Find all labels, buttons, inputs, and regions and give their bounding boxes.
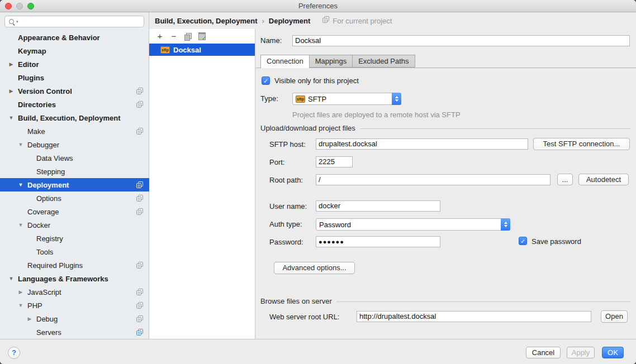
- sidebar-item-label: Registry: [36, 234, 63, 243]
- search-input[interactable]: ▾: [4, 16, 144, 27]
- tab-mappings[interactable]: Mappings: [310, 55, 353, 68]
- sidebar-item-build-execution-deployment[interactable]: ▼Build, Execution, Deployment: [0, 111, 149, 124]
- for-current-project-label: For current project: [322, 16, 392, 25]
- breadcrumb-separator-icon: ›: [262, 17, 264, 25]
- preferences-window: Preferences ▾ Appearance & BehaviorKeyma…: [0, 0, 636, 364]
- advanced-options-button[interactable]: Advanced options...: [274, 262, 355, 274]
- select-stepper-icon[interactable]: [501, 218, 510, 231]
- copy-button[interactable]: [184, 32, 192, 40]
- sidebar-item-keymap[interactable]: Keymap: [0, 44, 149, 58]
- chevron-right-icon[interactable]: ▶: [16, 289, 25, 295]
- sidebar-item-label: JavaScript: [27, 288, 61, 296]
- sidebar-item-editor[interactable]: ▶Editor: [0, 58, 149, 71]
- auth-type-select[interactable]: Password: [316, 218, 510, 231]
- sidebar-item-javascript[interactable]: ▶JavaScript: [0, 285, 149, 299]
- sidebar-item-required-plugins[interactable]: Required Plugins: [0, 258, 149, 272]
- user-name-label: User name:: [269, 201, 307, 212]
- sidebar-item-label: Appearance & Behavior: [18, 33, 100, 42]
- sidebar-item-label: Directories: [18, 100, 56, 109]
- chevron-right-icon[interactable]: ▶: [7, 61, 16, 67]
- cancel-button[interactable]: Cancel: [526, 347, 561, 358]
- chevron-down-icon[interactable]: ▼: [16, 303, 25, 308]
- visible-only-checkbox[interactable]: ✓: [262, 76, 270, 85]
- sidebar-item-debug[interactable]: ▶Debug: [0, 312, 149, 325]
- sidebar-item-php[interactable]: ▼PHP: [0, 299, 149, 312]
- sidebar-item-coverage[interactable]: Coverage: [0, 205, 149, 218]
- sidebar-item-tools[interactable]: Tools: [0, 245, 149, 258]
- sidebar-item-deployment[interactable]: ▼Deployment: [0, 178, 149, 191]
- sidebar-item-stepping[interactable]: Stepping: [0, 165, 149, 178]
- open-button[interactable]: Open: [601, 310, 628, 323]
- server-list: sftpDocksal: [149, 44, 255, 56]
- web-server-root-url-input[interactable]: http://drupaltest.docksal: [357, 311, 591, 322]
- name-label: Name:: [260, 35, 282, 46]
- root-path-input[interactable]: /: [316, 174, 550, 185]
- type-select[interactable]: sftp SFTP: [292, 93, 401, 105]
- sidebar-item-version-control[interactable]: ▶Version Control: [0, 84, 149, 98]
- remove-button[interactable]: −: [170, 32, 178, 40]
- save-password-label: Save password: [531, 236, 581, 247]
- deployment-form: Name: Docksal ConnectionMappingsExcluded…: [256, 29, 636, 339]
- sidebar-item-directories[interactable]: Directories: [0, 98, 149, 111]
- sidebar-item-plugins[interactable]: Plugins: [0, 71, 149, 84]
- user-name-input[interactable]: docker: [316, 200, 440, 212]
- sidebar-item-label: PHP: [27, 301, 42, 310]
- sidebar-item-label: Build, Execution, Deployment: [18, 114, 120, 122]
- sidebar-item-options[interactable]: Options: [0, 191, 149, 205]
- sidebar-item-docker[interactable]: ▼Docker: [0, 218, 149, 232]
- help-button[interactable]: ?: [8, 347, 20, 359]
- sidebar-item-label: Editor: [18, 60, 39, 69]
- sidebar-item-debugger[interactable]: ▼Debugger: [0, 138, 149, 151]
- sidebar-item-servers[interactable]: Servers: [0, 325, 149, 339]
- tab-excluded-paths[interactable]: Excluded Paths: [353, 55, 415, 68]
- sftp-host-input[interactable]: drupaltest.docksal: [316, 138, 528, 150]
- chevron-down-icon[interactable]: ▼: [7, 115, 16, 121]
- list-item-docksal[interactable]: sftpDocksal: [149, 44, 255, 56]
- chevron-right-icon[interactable]: ▶: [25, 316, 34, 322]
- project-icon: [136, 195, 144, 202]
- chevron-down-icon[interactable]: ▼: [16, 142, 25, 147]
- save-password-checkbox[interactable]: ✓: [519, 237, 527, 245]
- apply-button: Apply: [567, 347, 595, 358]
- password-input[interactable]: ●●●●●●: [316, 236, 440, 247]
- breadcrumb-section[interactable]: Build, Execution, Deployment: [155, 17, 257, 25]
- sidebar-item-label: Deployment: [27, 181, 69, 189]
- sftp-icon: sftp: [296, 95, 305, 103]
- project-icon: [136, 101, 144, 108]
- autodetect-button[interactable]: Autodetect: [578, 174, 629, 185]
- web-server-root-url-label: Web server root URL:: [269, 312, 339, 323]
- sidebar-item-label: Coverage: [27, 208, 59, 216]
- sidebar-item-appearance-behavior[interactable]: Appearance & Behavior: [0, 31, 149, 44]
- chevron-down-icon[interactable]: ▼: [7, 276, 16, 281]
- select-stepper-icon[interactable]: [392, 93, 401, 105]
- port-input[interactable]: 2225: [316, 156, 353, 167]
- section-rule: [360, 128, 630, 129]
- project-icon: [136, 302, 144, 309]
- use-as-default-button[interactable]: [198, 32, 206, 40]
- tab-connection[interactable]: Connection: [260, 55, 310, 68]
- sidebar-item-label: Version Control: [18, 87, 72, 95]
- chevron-down-icon[interactable]: ▼: [16, 182, 25, 188]
- sidebar-item-make[interactable]: Make: [0, 124, 149, 138]
- sidebar-item-label: Debugger: [27, 141, 59, 149]
- use-as-default-icon: [198, 32, 206, 40]
- search-icon: [8, 18, 15, 25]
- add-button[interactable]: +: [156, 32, 164, 40]
- search-options-chevron-icon[interactable]: ▾: [16, 20, 18, 24]
- sidebar-item-label: Debug: [36, 315, 58, 323]
- browse-root-path-button[interactable]: ...: [557, 174, 573, 185]
- project-icon: [136, 88, 144, 95]
- ok-button[interactable]: OK: [602, 347, 624, 358]
- chevron-right-icon[interactable]: ▶: [7, 88, 16, 94]
- window-title: Preferences: [0, 2, 636, 10]
- project-icon: [322, 16, 330, 25]
- sidebar-item-languages-frameworks[interactable]: ▼Languages & Frameworks: [0, 272, 149, 285]
- chevron-down-icon[interactable]: ▼: [16, 222, 25, 228]
- name-input[interactable]: Docksal: [292, 35, 630, 46]
- project-icon: [136, 289, 144, 296]
- sidebar-item-label: Tools: [36, 248, 53, 256]
- sidebar-item-data-views[interactable]: Data Views: [0, 151, 149, 165]
- test-sftp-connection-button[interactable]: Test SFTP connection...: [533, 138, 630, 150]
- project-icon: [136, 329, 144, 336]
- sidebar-item-registry[interactable]: Registry: [0, 232, 149, 245]
